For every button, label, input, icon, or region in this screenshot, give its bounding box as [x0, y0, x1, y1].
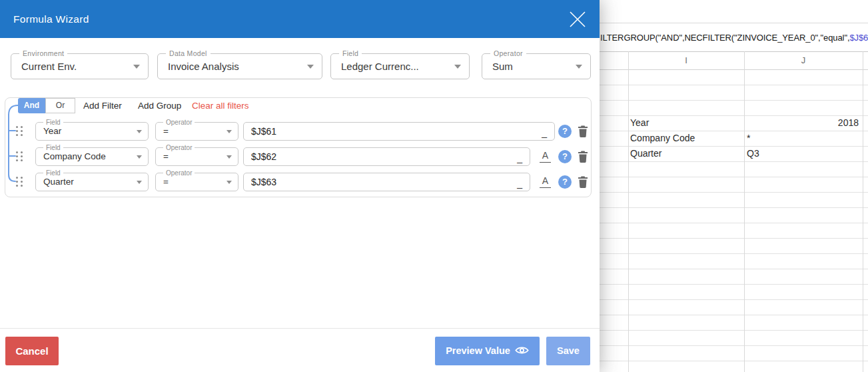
chevron-down-icon: [226, 181, 232, 184]
filter-field-select[interactable]: Field Company Code: [35, 147, 149, 166]
filter-operator-value: =: [163, 123, 169, 140]
cell-year-label[interactable]: Year: [630, 115, 649, 131]
filter-operator-value: =: [163, 148, 169, 165]
spreadsheet-pane: ILTERGROUP("AND",NECFILTER("ZINVOICE_YEA…: [600, 0, 868, 372]
trash-icon[interactable]: [577, 150, 589, 163]
formula-cell-reference: $J$61: [849, 33, 868, 43]
filter-value-text: $J$61: [251, 123, 276, 140]
gridline-vertical: [863, 51, 863, 372]
column-header-j[interactable]: J: [744, 52, 863, 69]
chevron-down-icon: [137, 181, 142, 184]
chevron-down-icon: [226, 130, 232, 133]
gridline-vertical: [744, 51, 745, 372]
help-icon[interactable]: ?: [558, 150, 572, 163]
filter-value-input[interactable]: $J$63 _: [243, 173, 530, 191]
or-toggle-button[interactable]: Or: [45, 98, 75, 113]
trash-icon[interactable]: [577, 175, 589, 189]
filter-field-value: Year: [43, 123, 61, 140]
drag-handle-icon[interactable]: [16, 151, 23, 162]
eye-icon: [515, 345, 529, 355]
and-toggle-button[interactable]: And: [18, 98, 45, 113]
cell-company-code-label[interactable]: Company Code: [630, 131, 695, 146]
operator-value: Sum: [492, 54, 513, 79]
column-header-row: I J: [600, 51, 868, 70]
column-header-i[interactable]: I: [628, 52, 744, 69]
drag-handle-icon[interactable]: [16, 126, 23, 137]
dialog-header: Formula Wizard: [0, 0, 600, 38]
filter-field-select[interactable]: Field Quarter: [35, 173, 149, 191]
help-icon[interactable]: ?: [558, 175, 572, 189]
gridline-vertical: [628, 51, 629, 372]
filter-operator-value: =: [163, 173, 169, 191]
preview-value-label: Preview Value: [446, 345, 510, 356]
chevron-down-icon: [137, 130, 142, 133]
drag-handle-icon[interactable]: [16, 177, 23, 187]
chevron-down-icon: [307, 65, 314, 69]
close-icon[interactable]: [568, 9, 588, 29]
footer-divider: [0, 328, 600, 329]
formula-wizard-dialog: Formula Wizard Environment Current Env. …: [0, 0, 600, 372]
filter-value-input[interactable]: $J$62 _: [243, 147, 530, 166]
operator-select[interactable]: Operator Sum: [482, 53, 591, 79]
chevron-down-icon: [454, 65, 461, 69]
cancel-button[interactable]: Cancel: [5, 337, 59, 365]
input-cursor: _: [542, 126, 547, 139]
input-cursor: _: [517, 177, 522, 190]
formula-text-prefix: ILTERGROUP("AND",NECFILTER("ZINVOICE_YEA…: [600, 33, 849, 43]
dialog-title: Formula Wizard: [13, 0, 89, 38]
chevron-down-icon: [226, 155, 232, 159]
field-select[interactable]: Field Ledger Currenc...: [330, 53, 470, 79]
data-model-value: Invoice Analysis: [168, 54, 239, 79]
environment-value: Current Env.: [21, 54, 77, 79]
field-value: Ledger Currenc...: [341, 54, 419, 79]
filter-value-text: $J$63: [251, 173, 276, 191]
filter-row: Field Quarter Operator = $J$63 _ A ?: [0, 173, 600, 191]
add-group-button[interactable]: Add Group: [138, 98, 181, 113]
preview-value-button[interactable]: Preview Value: [435, 337, 540, 365]
trash-icon[interactable]: [577, 125, 589, 138]
format-text-icon[interactable]: A: [540, 175, 551, 188]
environment-select[interactable]: Environment Current Env.: [11, 53, 149, 79]
filter-row: Field Year Operator = $J$61 _ ?: [0, 122, 600, 141]
cell-company-code-value[interactable]: *: [747, 131, 750, 146]
filter-row: Field Company Code Operator = $J$62 _ A …: [0, 147, 600, 166]
data-model-select[interactable]: Data Model Invoice Analysis: [157, 53, 322, 79]
chevron-down-icon: [137, 155, 142, 159]
input-cursor: _: [517, 151, 522, 165]
chevron-down-icon: [576, 65, 582, 69]
filter-field-value: Quarter: [43, 173, 74, 191]
cell-quarter-value[interactable]: Q3: [747, 146, 759, 161]
save-button[interactable]: Save: [546, 337, 590, 365]
filter-field-value: Company Code: [43, 148, 106, 165]
filter-field-select[interactable]: Field Year: [35, 122, 149, 141]
filter-operator-select[interactable]: Operator =: [155, 173, 238, 191]
filter-operator-select[interactable]: Operator =: [155, 147, 238, 166]
formula-bar[interactable]: ILTERGROUP("AND",NECFILTER("ZINVOICE_YEA…: [600, 23, 868, 51]
clear-all-filters-button[interactable]: Clear all filters: [192, 98, 249, 113]
filter-value-text: $J$62: [251, 148, 276, 165]
chevron-down-icon: [133, 65, 140, 69]
filter-value-input[interactable]: $J$61 _: [243, 122, 555, 141]
cell-year-value[interactable]: 2018: [744, 115, 859, 131]
filter-operator-select[interactable]: Operator =: [155, 122, 238, 141]
help-icon[interactable]: ?: [558, 125, 572, 138]
format-text-icon[interactable]: A: [540, 150, 551, 163]
cell-quarter-label[interactable]: Quarter: [630, 146, 661, 161]
add-filter-button[interactable]: Add Filter: [83, 98, 122, 113]
